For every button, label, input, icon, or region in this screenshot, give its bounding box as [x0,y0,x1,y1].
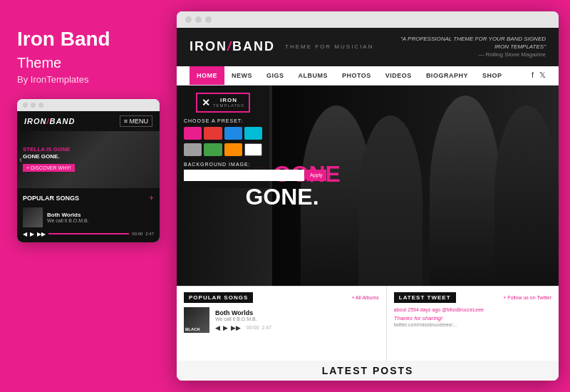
dot-2 [31,103,36,108]
big-dot-1 [185,16,192,23]
bg-image-input[interactable] [184,170,304,181]
big-song-sub: We call it B.O.M.B. [215,316,271,321]
preset-colors-row2 [184,143,262,156]
latest-tweet-title: LATEST TWEET [394,292,456,303]
small-arrow-left: ‹ [19,155,22,165]
small-site-header: IRON/BAND ≡ MENU [17,111,160,131]
small-ps-title: POPULAR SONGS [23,195,79,202]
nav-home[interactable]: HOME [190,66,224,85]
templates-label: TEMPLATES [213,103,244,108]
big-next-btn[interactable]: ▶▶ [231,324,241,331]
tweet-ago: about 2594 days ago @MissBrucceLeee [394,307,551,312]
big-tagline: THEME FOR MUSICIAN [285,43,373,50]
bg-image-label: BACKGROUND IMAGE: [184,162,262,167]
apply-button[interactable]: Apply [306,170,326,181]
big-dot-3 [205,16,212,23]
small-player-controls: ◀ ▶ ▶▶ 00:00 2:47 [23,231,154,237]
small-song-thumb [23,207,43,227]
big-mockup: IRON/BAND THEME FOR MUSICIAN "A PROFESSI… [177,11,559,381]
dot-3 [38,103,43,108]
nav-social: f 𝕏 [532,71,546,80]
big-song-info: Both Worlds We call it B.O.M.B. ◀ ▶ ▶▶ 0… [215,309,271,331]
big-site-header: IRON/BAND THEME FOR MUSICIAN "A PROFESSI… [177,28,559,66]
bg-input-row: Apply [184,170,262,181]
big-time-start: 00:00 [247,325,259,330]
nav-videos[interactable]: VIDEOS [378,66,419,85]
small-logo: IRON/BAND [24,117,75,125]
small-next-btn[interactable]: ▶▶ [37,231,46,237]
popular-songs-header: POPULAR SONGS + All Albums [184,292,379,303]
person-3 [430,96,501,286]
big-time-end: 2:47 [262,325,272,330]
small-play-btn[interactable]: ▶ [30,231,34,237]
nav-biography[interactable]: BIOGRAPHY [419,66,475,85]
nav-shop[interactable]: SHOP [475,66,509,85]
big-prev-btn[interactable]: ◀ [215,324,220,331]
small-ps-plus: + [149,193,154,203]
big-dot-2 [195,16,202,23]
preset-swatch-cyan[interactable] [244,127,262,140]
iron-logo-box: ✕ IRON TEMPLATES [196,93,250,113]
small-song-info: Both Worlds We call it B.O.M.B. [47,212,154,223]
nav-photos[interactable]: PHOTOS [335,66,378,85]
preset-colors-row1 [184,127,262,140]
preset-swatch-green[interactable] [204,143,222,156]
preset-picker: ✕ IRON TEMPLATES CHOOSE A PRESET: [177,86,269,188]
panel-popular-songs: POPULAR SONGS + All Albums BLACK Both Wo… [177,287,387,361]
iron-logo-inner: ✕ IRON TEMPLATES [202,97,244,108]
panel-latest-tweet: LATEST TWEET + Follow us on Twitter abou… [387,287,559,361]
small-hero-bg: STELLA IS GONE GONE GONE. + DISCOVER WHY… [17,131,160,188]
small-discover-btn[interactable]: + DISCOVER WHY! [23,164,75,172]
small-song-sub: We call it B.O.M.B. [47,218,154,223]
preset-swatch-blue[interactable] [224,127,242,140]
nav-gigs[interactable]: GIGS [259,66,291,85]
iron-text: ✕ [202,97,210,108]
theme-by: By IronTemplates [17,74,160,85]
iron-brand: IRON TEMPLATES [213,97,244,108]
nav-albums[interactable]: ALBUMS [291,66,336,85]
facebook-icon[interactable]: f [532,71,534,80]
right-panel: IRON/BAND THEME FOR MUSICIAN "A PROFESSI… [177,0,570,392]
small-browser-bar [17,99,160,111]
latest-posts-bar: LATEST POSTS [177,361,559,381]
preset-swatch-gray[interactable] [184,143,202,156]
small-mockup: IRON/BAND ≡ MENU STELLA IS GONE GONE GON… [17,99,160,242]
big-logo: IRON/BAND [190,39,275,54]
all-albums-link[interactable]: + All Albums [351,295,378,300]
big-play-btn[interactable]: ▶ [223,324,228,331]
big-site: IRON/BAND THEME FOR MUSICIAN "A PROFESSI… [177,28,559,381]
big-content-area: IS GONE GONE. ✕ IRON TEMPL [177,86,559,286]
bottom-panels: POPULAR SONGS + All Albums BLACK Both Wo… [177,286,559,361]
big-header-left: IRON/BAND THEME FOR MUSICIAN [190,39,373,54]
small-song-name: Both Worlds [47,212,154,218]
small-time-start: 00:00 [132,232,142,236]
big-song-thumb: BLACK [184,307,209,333]
big-song-row: BLACK Both Worlds We call it B.O.M.B. ◀ … [184,307,379,333]
tweet-header: LATEST TWEET + Follow us on Twitter [394,292,551,303]
big-quote: "A PROFESSIONAL THEME FOR YOUR BAND SIGN… [389,35,546,59]
small-time-end: 2:47 [145,232,154,236]
small-song-row: Both Worlds We call it B.O.M.B. [23,207,154,227]
dot-1 [23,103,28,108]
tweet-link[interactable]: twitter.com/missbruceleee/... [394,322,551,327]
small-hero-text: STELLA IS GONE GONE GONE. + DISCOVER WHY… [17,142,81,177]
small-prev-btn[interactable]: ◀ [23,231,27,237]
preset-choose-label: CHOOSE A PRESET: [184,118,262,123]
twitter-icon[interactable]: 𝕏 [539,71,546,80]
preset-swatch-red[interactable] [204,127,222,140]
theme-subtitle: Theme [17,55,61,71]
big-nav: HOME NEWS GIGS ALBUMS PHOTOS VIDEOS BIOG… [177,66,559,86]
preset-swatch-white[interactable] [244,143,262,156]
preset-swatch-orange[interactable] [224,143,242,156]
follow-twitter-link[interactable]: + Follow us on Twitter [503,295,551,300]
small-menu-btn[interactable]: ≡ MENU [120,115,152,127]
theme-info: Iron Band Theme By IronTemplates [17,29,160,85]
big-browser-bar [177,11,559,28]
song-thumb-label: BLACK [185,327,200,331]
big-song-name: Both Worlds [215,309,271,316]
preset-swatch-pink[interactable] [184,127,202,140]
nav-news[interactable]: NEWS [224,66,259,85]
small-popular-songs: POPULAR SONGS + Both Worlds We call it B… [17,188,160,242]
theme-title: Iron Band Theme [17,29,160,73]
latest-posts-title: LATEST POSTS [181,365,554,376]
